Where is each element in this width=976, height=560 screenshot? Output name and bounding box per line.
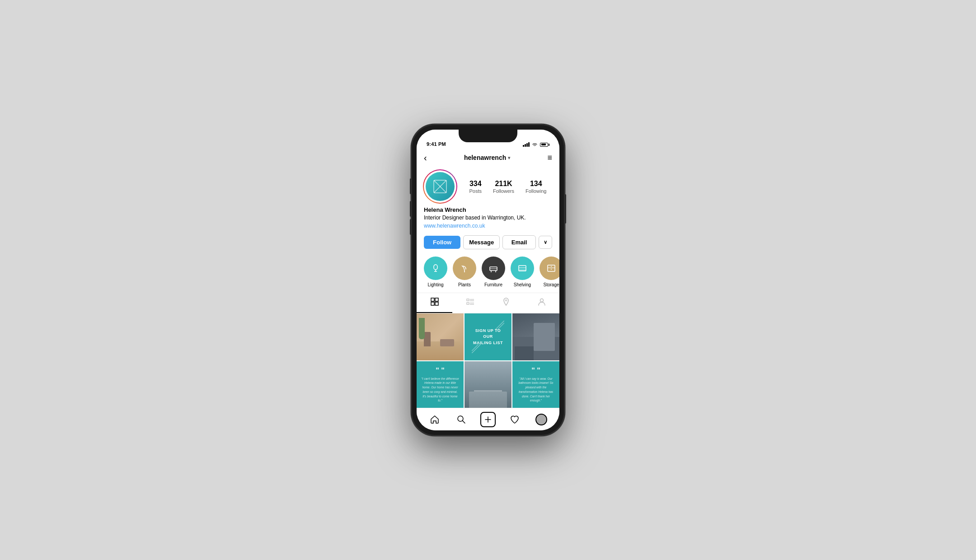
- add-icon: [480, 412, 496, 427]
- bottom-nav-add[interactable]: [479, 411, 497, 429]
- avatar[interactable]: [424, 170, 456, 203]
- person-tag-icon: [538, 298, 546, 308]
- battery-icon: [540, 143, 549, 147]
- bottom-nav-profile[interactable]: [532, 411, 550, 429]
- profile-description: Interior Designer based in Warrington, U…: [424, 214, 552, 222]
- grid-cell-1[interactable]: [417, 313, 464, 360]
- highlight-storage-label: Storage: [543, 282, 559, 287]
- highlight-lighting-label: Lighting: [427, 282, 443, 287]
- bottom-nav-home[interactable]: [426, 411, 444, 429]
- svg-point-29: [540, 299, 543, 302]
- highlight-lighting-circle: [424, 257, 447, 280]
- highlight-shelving-label: Shelving: [514, 282, 531, 287]
- username-nav[interactable]: helenawrench ▾: [464, 154, 510, 161]
- highlight-storage-circle: [540, 257, 559, 280]
- svg-line-35: [462, 420, 465, 423]
- highlight-plants[interactable]: Plants: [453, 257, 476, 287]
- grid-cell-testimonial-2[interactable]: " " "All I can say is wow. Our bathroom …: [512, 361, 559, 408]
- svg-point-17: [551, 269, 552, 270]
- highlight-storage[interactable]: Storage: [540, 257, 559, 287]
- bottom-nav-heart[interactable]: [506, 411, 524, 429]
- followers-stat[interactable]: 211K Followers: [493, 180, 514, 194]
- profile-link[interactable]: www.helenawrench.co.uk: [424, 223, 552, 229]
- tab-location[interactable]: [488, 293, 524, 313]
- svg-rect-25: [467, 303, 469, 304]
- posts-stat[interactable]: 334 Posts: [469, 180, 482, 194]
- phone-notch: [459, 130, 517, 142]
- svg-rect-21: [435, 302, 438, 305]
- avatar-ring-inner: [424, 170, 456, 203]
- svg-rect-18: [431, 298, 434, 301]
- highlight-shelving[interactable]: Shelving: [511, 257, 534, 287]
- list-icon: [466, 298, 474, 308]
- highlights-row: Lighting Plants: [417, 253, 559, 293]
- grid-icon: [431, 298, 439, 308]
- svg-rect-20: [431, 302, 434, 305]
- search-icon: [456, 415, 466, 425]
- status-icons: [523, 142, 549, 147]
- bottom-nav-search[interactable]: [452, 411, 470, 429]
- profile-name: Helena Wrench: [424, 206, 552, 213]
- followers-label: Followers: [493, 188, 514, 194]
- svg-rect-22: [467, 299, 469, 301]
- status-time: 9:41 PM: [427, 141, 446, 147]
- location-icon: [502, 298, 510, 308]
- posts-count: 334: [469, 180, 482, 188]
- svg-line-32: [472, 344, 481, 353]
- avatar-image: [426, 172, 455, 201]
- grid-cell-testimonial-1[interactable]: " " "I can't believe the difference Hele…: [417, 361, 464, 408]
- highlight-shelving-circle: [511, 257, 534, 280]
- highlight-plants-circle: [453, 257, 476, 280]
- chevron-down-icon: ▾: [508, 155, 510, 160]
- user-avatar-small: [535, 414, 547, 425]
- phone-screen: 9:41 PM: [417, 130, 559, 430]
- following-label: Following: [526, 188, 546, 194]
- follow-button[interactable]: Follow: [424, 236, 460, 249]
- followers-count: 211K: [495, 180, 512, 188]
- app-content: ‹ helenawrench ▾ ≡: [417, 149, 559, 408]
- action-buttons: Follow Message Email ∨: [417, 233, 559, 253]
- highlight-furniture[interactable]: Furniture: [482, 257, 505, 287]
- tab-tagged[interactable]: [524, 293, 559, 313]
- menu-button[interactable]: ≡: [547, 154, 552, 162]
- profile-header: 334 Posts 211K Followers 134 Following: [417, 166, 559, 206]
- home-icon: [430, 415, 440, 425]
- top-nav: ‹ helenawrench ▾ ≡: [417, 149, 559, 166]
- email-button[interactable]: Email: [502, 235, 536, 249]
- profile-bio: Helena Wrench Interior Designer based in…: [417, 206, 559, 233]
- signal-icon: [523, 142, 530, 147]
- svg-rect-3: [434, 265, 437, 270]
- grid-cell-bathroom[interactable]: [465, 361, 511, 408]
- phone-device: 9:41 PM: [411, 124, 565, 436]
- avatar-ring: [423, 169, 457, 204]
- svg-point-28: [505, 299, 507, 301]
- highlight-plants-label: Plants: [458, 282, 471, 287]
- message-button[interactable]: Message: [463, 235, 500, 249]
- grid-cell-mailing[interactable]: SIGN UP TO OURMAILING LIST: [465, 313, 511, 360]
- wifi-icon: [532, 143, 538, 147]
- svg-line-30: [495, 321, 504, 330]
- photo-grid: SIGN UP TO OURMAILING LIST: [417, 313, 559, 408]
- back-button[interactable]: ‹: [424, 153, 427, 162]
- highlight-furniture-label: Furniture: [484, 282, 502, 287]
- posts-label: Posts: [469, 188, 482, 194]
- highlight-furniture-circle: [482, 257, 505, 280]
- grid-cell-3[interactable]: [512, 313, 559, 360]
- svg-point-16: [551, 266, 552, 267]
- heart-icon: [510, 415, 520, 425]
- content-tab-bar: [417, 293, 559, 313]
- svg-rect-19: [435, 298, 438, 301]
- dropdown-button[interactable]: ∨: [539, 236, 552, 249]
- tab-grid[interactable]: [417, 293, 452, 313]
- following-count: 134: [530, 180, 542, 188]
- profile-stats: 334 Posts 211K Followers 134 Following: [464, 180, 552, 194]
- username-text: helenawrench: [464, 154, 506, 161]
- following-stat[interactable]: 134 Following: [526, 180, 546, 194]
- tab-list[interactable]: [452, 293, 488, 313]
- bottom-nav: [417, 408, 559, 430]
- highlight-lighting[interactable]: Lighting: [424, 257, 447, 287]
